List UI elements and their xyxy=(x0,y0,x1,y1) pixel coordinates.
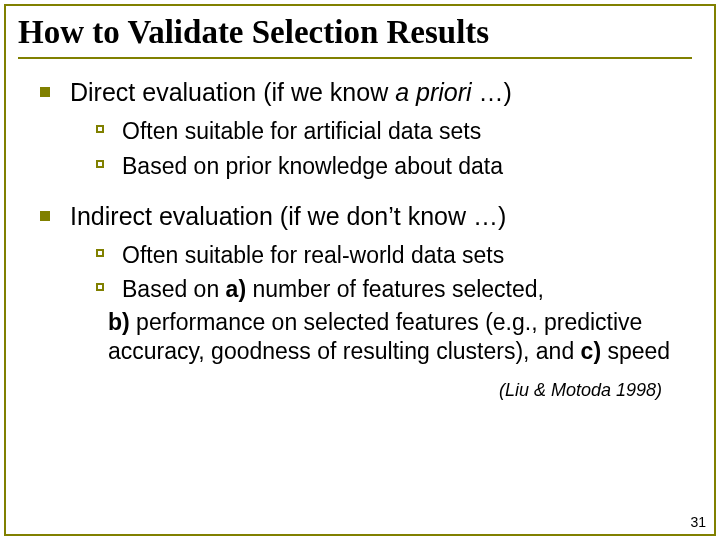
slide-title: How to Validate Selection Results xyxy=(18,14,692,51)
citation: (Liu & Motoda 1998) xyxy=(18,380,692,401)
square-bullet-icon xyxy=(40,211,50,221)
bullet-level2: Often suitable for artificial data sets xyxy=(18,117,692,146)
bold-run: b) xyxy=(108,309,130,335)
hollow-square-icon xyxy=(96,125,104,133)
bold-run: a) xyxy=(226,276,246,302)
text-run: speed xyxy=(601,338,670,364)
bullet-level2: Based on prior knowledge about data xyxy=(18,152,692,181)
text-run: Based on xyxy=(122,276,226,302)
hollow-square-icon xyxy=(96,249,104,257)
text-run: …) xyxy=(472,78,512,106)
title-underline xyxy=(18,57,692,59)
bullet-text: Indirect evaluation (if we don’t know …) xyxy=(70,201,692,231)
bullet-text: Based on a) number of features selected, xyxy=(122,275,692,304)
square-bullet-icon xyxy=(40,87,50,97)
text-run: Direct evaluation (if we know xyxy=(70,78,395,106)
hollow-square-icon xyxy=(96,283,104,291)
continuation-line: b) performance on selected features (e.g… xyxy=(108,308,692,366)
text-run: performance on selected features (e.g., … xyxy=(108,309,642,364)
frame-border-bottom xyxy=(4,534,716,536)
bullet-text: Direct evaluation (if we know a priori …… xyxy=(70,77,692,107)
slide-body: How to Validate Selection Results Direct… xyxy=(0,0,720,401)
bold-run: c) xyxy=(581,338,601,364)
bullet-level1: Direct evaluation (if we know a priori …… xyxy=(18,77,692,107)
text-run: number of features selected, xyxy=(246,276,544,302)
italic-run: a priori xyxy=(395,78,471,106)
bullet-text: Often suitable for artificial data sets xyxy=(122,117,692,146)
bullet-text: Based on prior knowledge about data xyxy=(122,152,692,181)
bullet-level1: Indirect evaluation (if we don’t know …) xyxy=(18,201,692,231)
bullet-level2: Often suitable for real-world data sets xyxy=(18,241,692,270)
hollow-square-icon xyxy=(96,160,104,168)
page-number: 31 xyxy=(690,514,706,530)
bullet-level2: Based on a) number of features selected, xyxy=(18,275,692,304)
bullet-text: Often suitable for real-world data sets xyxy=(122,241,692,270)
text-run: Indirect evaluation (if we don’t know …) xyxy=(70,202,506,230)
